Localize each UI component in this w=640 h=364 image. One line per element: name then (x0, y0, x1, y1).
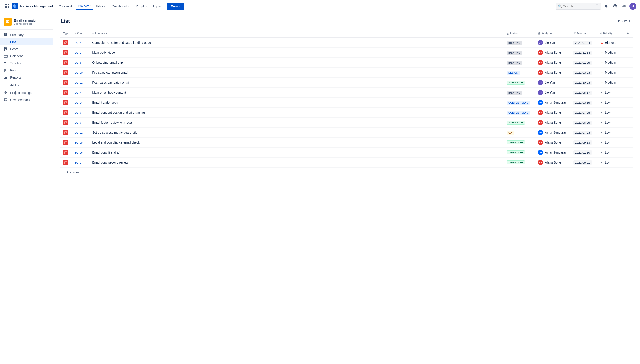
issue-key[interactable]: EC-10 (74, 71, 83, 74)
issue-key[interactable]: EC-16 (74, 151, 83, 154)
status-badge[interactable]: IDEATING (507, 91, 522, 94)
issue-summary[interactable]: Email copy first draft (92, 151, 120, 154)
sidebar-item-board[interactable]: Board (0, 46, 53, 52)
status-badge[interactable]: CONTENT DEV.. (507, 111, 530, 114)
search-input[interactable] (563, 4, 594, 8)
sidebar-item-give-feedback[interactable]: Give feedback (0, 96, 53, 104)
row-assignee: AM Amar Sundaram (535, 128, 571, 138)
filters-button[interactable]: Filters (614, 18, 633, 24)
status-badge[interactable]: IDEATING (507, 61, 522, 64)
issue-key[interactable]: EC-9 (74, 111, 81, 114)
issue-summary[interactable]: Email footer review with legal (92, 121, 132, 124)
issue-key[interactable]: EC-12 (74, 131, 83, 134)
nav-your-work[interactable]: Your work (57, 3, 75, 9)
issue-key[interactable]: EC-15 (74, 141, 83, 144)
col-header-due-date[interactable]: 🏷 Due date (571, 30, 597, 38)
issue-summary[interactable]: Main email body content (92, 91, 126, 94)
status-badge[interactable]: LAUNCHED (507, 140, 525, 144)
issue-summary[interactable]: Legal and compliance email check (92, 141, 140, 144)
nav-projects[interactable]: Projects ▾ (76, 3, 93, 10)
status-badge[interactable]: LAUNCHED (507, 160, 525, 164)
priority-icon: ▼ (600, 91, 603, 94)
table-row[interactable]: EC-2 Campaign URL for dedicated landing … (60, 38, 633, 48)
issue-summary[interactable]: Onboarding email drip (92, 61, 123, 64)
status-badge[interactable]: QA (507, 131, 514, 134)
nav-dashboards[interactable]: Dashboards ▾ (110, 3, 133, 9)
filters-chevron: ▾ (105, 5, 106, 7)
table-row[interactable]: EC-1 Main body video IDEATING AS Alana S… (60, 48, 633, 58)
nav-apps[interactable]: Apps ▾ (150, 3, 164, 9)
assignee-name: Amar Sundaram (545, 131, 568, 134)
table-row[interactable]: EC-8 Onboarding email drip IDEATING AS A… (60, 58, 633, 68)
table-row[interactable]: EC-17 Email copy second review LAUNCHED … (60, 158, 633, 168)
notifications-button[interactable] (603, 3, 610, 10)
issue-key[interactable]: EC-14 (74, 101, 83, 104)
issue-key[interactable]: EC-8 (74, 61, 81, 64)
issue-summary[interactable]: Post-sales campaign email (92, 81, 129, 84)
status-badge[interactable]: APPROVED (507, 120, 525, 124)
table-row[interactable]: EC-12 Set up success metric guardrails Q… (60, 128, 633, 138)
settings-button[interactable] (620, 3, 627, 10)
status-badge[interactable]: IDEATING (507, 41, 522, 44)
create-button[interactable]: Create (167, 3, 184, 10)
issue-summary[interactable]: Email copy second review (92, 161, 128, 164)
sidebar-item-form[interactable]: Form (0, 67, 53, 74)
col-header-key[interactable]: # Key (72, 30, 90, 38)
svg-rect-6 (5, 7, 6, 8)
sidebar-item-summary[interactable]: Summary (0, 31, 53, 38)
task-list-table: Type # Key ≡ Summary (60, 30, 633, 177)
sidebar-item-reports[interactable]: Reports (0, 74, 53, 81)
col-header-status[interactable]: ◎ Status (504, 30, 535, 38)
help-button[interactable] (611, 3, 619, 10)
col-header-priority[interactable]: ⊙ Priority (597, 30, 624, 38)
status-badge[interactable]: IDEATING (507, 51, 522, 54)
issue-summary[interactable]: Campaign URL for dedicated landing page (92, 41, 151, 44)
row-due-date: 2021-07-24 (571, 38, 597, 48)
issue-summary[interactable]: Main body video (92, 51, 115, 54)
issue-summary[interactable]: Set up success metric guardrails (92, 131, 137, 134)
add-item-row[interactable]: + Add item (60, 168, 633, 177)
table-row[interactable]: EC-9 Email footer review with legal APPR… (60, 118, 633, 128)
row-type-icon (60, 128, 72, 138)
sidebar-item-list[interactable]: List (0, 38, 53, 46)
table-row[interactable]: EC-10 Pre-sales campaign email DESIGN AS… (60, 68, 633, 78)
issue-key[interactable]: EC-2 (74, 41, 81, 44)
status-badge[interactable]: APPROVED (507, 80, 525, 84)
table-row[interactable]: EC-14 Email header copy CONTENT DEV.. AM… (60, 98, 633, 108)
issue-key[interactable]: EC-7 (74, 91, 81, 94)
sidebar-item-timeline[interactable]: Timeline (0, 60, 53, 67)
status-badge[interactable]: DESIGN (507, 71, 520, 74)
issue-key[interactable]: EC-17 (74, 161, 83, 164)
app-logo[interactable]: Jira Work Management (12, 3, 53, 9)
project-name: Email campaign (14, 18, 38, 22)
issue-summary[interactable]: Email concept design and wireframing (92, 111, 145, 114)
col-header-summary[interactable]: ≡ Summary (90, 30, 504, 38)
status-badge[interactable]: CONTENT DEV.. (507, 101, 530, 104)
add-item-button[interactable]: + Add item (63, 170, 630, 174)
add-col-icon[interactable]: + (627, 32, 629, 35)
issue-summary[interactable]: Email header copy (92, 101, 118, 104)
issue-key[interactable]: EC-1 (74, 51, 81, 54)
nav-people[interactable]: People ▾ (134, 3, 150, 9)
col-header-assignee[interactable]: @ Assignee (535, 30, 571, 38)
table-row[interactable]: EC-16 Email copy first draft LAUNCHED AM… (60, 148, 633, 158)
assignee-cell: AM Amar Sundaram (538, 150, 568, 155)
table-row[interactable]: EC-9 Email concept design and wireframin… (60, 108, 633, 118)
issue-key[interactable]: EC-11 (74, 81, 83, 84)
add-item-cell[interactable]: + Add item (60, 168, 633, 177)
issue-key[interactable]: EC-9 (74, 121, 81, 124)
sidebar-item-add-item[interactable]: + Add item (0, 81, 53, 89)
due-date-value: 2021-01-05 (573, 60, 592, 65)
search-box[interactable]: 🔍 / (556, 3, 601, 10)
table-row[interactable]: EC-7 Main email body content IDEATING JY… (60, 88, 633, 98)
col-header-add[interactable]: + (624, 30, 633, 38)
issue-summary[interactable]: Pre-sales campaign email (92, 71, 128, 74)
table-row[interactable]: EC-15 Legal and compliance email check L… (60, 138, 633, 148)
sidebar-item-project-settings[interactable]: Project settings (0, 89, 53, 96)
nav-filters[interactable]: Filters ▾ (94, 3, 109, 9)
grid-menu-icon[interactable] (4, 3, 10, 9)
table-row[interactable]: EC-11 Post-sales campaign email APPROVED… (60, 78, 633, 88)
sidebar-item-calendar[interactable]: Calendar (0, 52, 53, 60)
status-badge[interactable]: LAUNCHED (507, 150, 525, 154)
user-avatar[interactable]: U (629, 3, 636, 10)
